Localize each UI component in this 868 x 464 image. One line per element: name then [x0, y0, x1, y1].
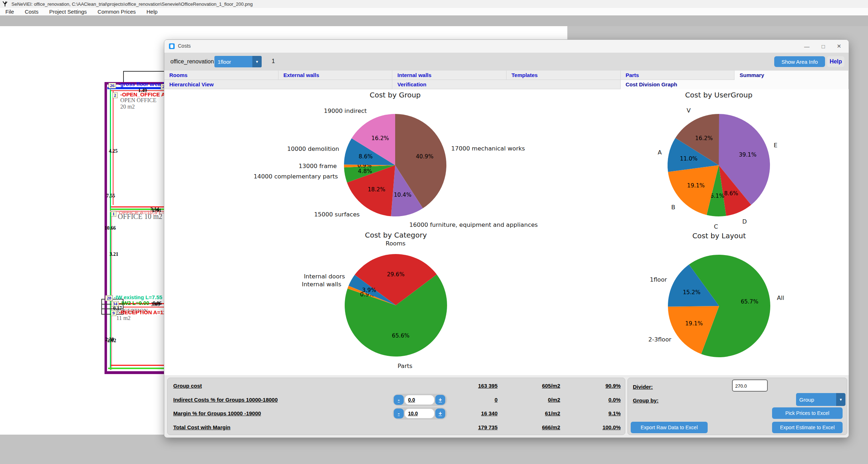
- stepper: -+: [393, 394, 447, 406]
- subtab-verification[interactable]: Verification: [392, 80, 620, 89]
- layout-select-value: 1floor: [214, 59, 252, 65]
- costs-header: office_renovation 1floor ▾ 1 Show Area I…: [164, 53, 849, 71]
- stepper-input[interactable]: [405, 409, 434, 418]
- maximize-icon[interactable]: □: [817, 42, 829, 51]
- pie-percent-label: 19.1%: [685, 320, 703, 327]
- pie-slice-label: 10000 demolition: [287, 145, 339, 152]
- show-area-info-button[interactable]: Show Area Info: [774, 56, 825, 67]
- summary-percent: 0.0%: [608, 397, 621, 403]
- summary-per-m2: 666/m2: [542, 424, 560, 430]
- pie-percent-label: 40.9%: [416, 153, 433, 160]
- export-estimate-button[interactable]: Export Estimate to Excel: [772, 422, 843, 433]
- plan-line: [113, 90, 113, 205]
- group-by-label: Group by:: [633, 397, 659, 403]
- pie-percent-label: 16.2%: [695, 135, 713, 142]
- plan-annotation: OPEN OFFICE: [120, 97, 156, 104]
- layout-select[interactable]: 1floor ▾: [214, 56, 262, 67]
- plan-annotation: OFFICE 10 m2: [118, 213, 162, 220]
- tab-parts[interactable]: Parts: [621, 71, 735, 80]
- plan-annotation: -IW2 L=9.00: [120, 300, 149, 306]
- stepper-input[interactable]: [405, 395, 434, 405]
- close-icon[interactable]: ✕: [833, 42, 845, 51]
- pie-percent-label: 29.6%: [387, 271, 404, 278]
- costs-title-bar[interactable]: Costs — □ ✕: [164, 40, 849, 53]
- stepper-minus-button[interactable]: -: [394, 395, 404, 405]
- tab-external-walls[interactable]: External walls: [278, 71, 393, 80]
- summary-value: 0: [495, 397, 498, 403]
- divider-input[interactable]: [732, 379, 768, 392]
- summary-row: Total Cost with Margin179 735666/m2100.0…: [168, 421, 625, 434]
- summary-percent: 90.9%: [605, 383, 621, 389]
- pie-slice-label: 14000 complementary parts: [253, 173, 338, 180]
- plan-badge: 2: [112, 92, 118, 98]
- subtab-cost-division-graph[interactable]: Cost Division Graph: [621, 80, 849, 89]
- pie-slice-label: A: [658, 149, 662, 156]
- plan-badge: 9: [111, 310, 116, 316]
- tab-internal-walls[interactable]: Internal walls: [392, 71, 506, 80]
- summary-zone: Group cost163 395605/m290.9%Indirect Cos…: [164, 375, 849, 438]
- chart-title: Cost by Layout: [692, 231, 746, 240]
- export-raw-data-button[interactable]: Export Raw Data to Excel: [631, 422, 708, 433]
- summary-label-group-cost[interactable]: Group cost: [173, 383, 202, 389]
- summary-label-margin-for-groups-10000-19000[interactable]: Margin % for Groups 10000 -19000: [173, 410, 261, 416]
- summary-value: 163 395: [478, 383, 498, 389]
- plan-annotation: 10.66: [105, 226, 116, 231]
- tab-row: RoomsExternal wallsInternal wallsTemplat…: [164, 71, 849, 80]
- stepper-minus-button[interactable]: -: [394, 408, 404, 418]
- pie-percent-label: 8.6%: [724, 190, 738, 197]
- summary-label-total-cost-with-margin[interactable]: Total Cost with Margin: [173, 424, 231, 430]
- pie-percent-label: 65.7%: [741, 298, 758, 305]
- subtab-hierarchical-view[interactable]: Hierarchical View: [164, 80, 392, 89]
- stepper-plus-button[interactable]: +: [435, 395, 445, 405]
- summary-row: Indirect Costs % for Groups 10000-18000-…: [168, 393, 625, 406]
- plan-annotation: 2.02: [107, 338, 116, 344]
- costs-window-title: Costs: [178, 43, 191, 49]
- pie-percent-label: 6.1%: [710, 193, 724, 199]
- pie-slice-label: Parts: [398, 363, 412, 369]
- plan-badge: 28: [105, 295, 113, 301]
- subtab-label-cost-division-graph: Cost Division Graph: [621, 81, 677, 87]
- summary-label-indirect-costs-for-groups-10000-18000[interactable]: Indirect Costs % for Groups 10000-18000: [173, 397, 278, 403]
- pie-percent-label: 11.0%: [680, 156, 698, 162]
- stepper: -+: [393, 407, 447, 420]
- tab-label-templates: Templates: [506, 72, 538, 78]
- tab-label-parts: Parts: [621, 72, 639, 78]
- plan-annotation: 20 m2: [120, 104, 135, 110]
- minimize-icon[interactable]: —: [801, 42, 813, 51]
- help-button[interactable]: Help: [827, 56, 844, 67]
- plan-annotation: 3.21: [110, 252, 118, 257]
- plan-annotation: 3.03: [151, 302, 160, 307]
- tab-rooms[interactable]: Rooms: [164, 71, 278, 80]
- chart-title: Cost by Group: [370, 91, 421, 99]
- pie-slice-label: All: [777, 295, 784, 301]
- pie-percent-label: 18.2%: [368, 186, 385, 193]
- group-by-select[interactable]: Group ▾: [796, 393, 845, 406]
- costs-window: Costs — □ ✕ office_renovation 1floor ▾ 1…: [164, 39, 849, 438]
- plan-annotation: 7.55: [106, 193, 115, 199]
- tab-templates[interactable]: Templates: [506, 71, 621, 80]
- pie-slice-label: 2-3floor: [648, 336, 671, 343]
- layout-count: 1: [272, 58, 275, 64]
- plan-badge: 1: [111, 211, 116, 217]
- divider-label: Divider:: [633, 384, 653, 390]
- tab-summary[interactable]: Summary: [734, 71, 849, 80]
- summary-value: 16 340: [481, 410, 498, 416]
- chevron-down-icon[interactable]: ▾: [252, 56, 262, 67]
- pie-slice-label: 17000 mechanical works: [451, 145, 525, 152]
- summary-percent: 9.1%: [608, 410, 621, 416]
- costs-window-icon: [169, 43, 175, 49]
- pick-prices-button[interactable]: Pick Prices to Excel: [772, 407, 843, 419]
- subtab-row: Hierarchical ViewVerificationCost Divisi…: [164, 80, 849, 89]
- pie-slice-label: Rooms: [385, 240, 406, 247]
- pie-slice-label: 13000 frame: [299, 163, 337, 169]
- pie-slice-label: 15000 surfaces: [314, 211, 360, 218]
- tab-label-external-walls: External walls: [278, 72, 319, 78]
- chevron-down-icon[interactable]: ▾: [836, 393, 845, 406]
- stepper-plus-button[interactable]: +: [435, 408, 445, 418]
- plan-annotation: -IW existing L=7.55: [114, 295, 162, 300]
- export-panel: Divider: Group by: Group ▾ Pick Prices t…: [627, 378, 847, 435]
- pie-slice-label: 1floor: [650, 276, 667, 283]
- tab-label-summary: Summary: [734, 72, 764, 78]
- pie-slice-label: C: [714, 223, 718, 230]
- summary-per-m2: 605/m2: [542, 383, 560, 389]
